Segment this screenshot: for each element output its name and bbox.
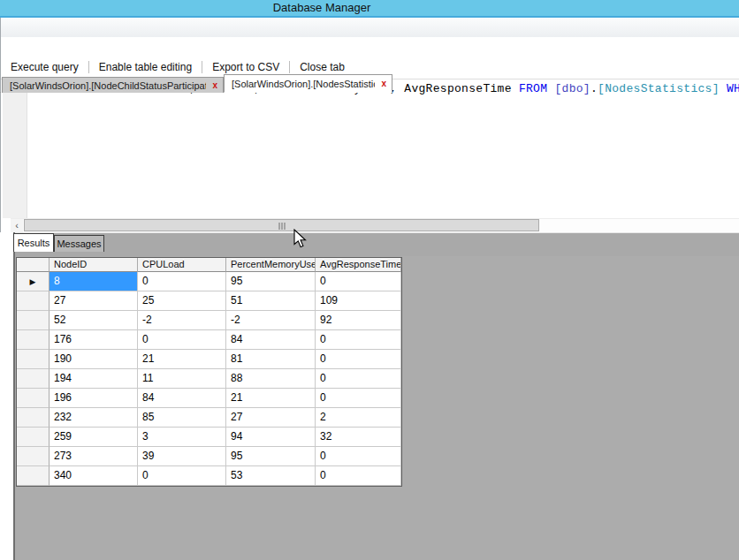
window-title: Database Manager [0,0,644,16]
sql-token: [dbo] [554,82,590,95]
grid-cell[interactable]: 259 [50,428,138,447]
results-panel: NodeIDCPULoadPercentMemoryUseAvgResponse… [15,256,739,560]
row-selector[interactable] [17,408,50,428]
table-row: 272551109 [17,291,401,311]
grid-cell[interactable]: 21 [226,389,316,408]
table-row: 19684210 [17,389,401,408]
row-selector[interactable] [17,291,50,311]
results-tab[interactable]: Messages [54,235,104,252]
splitter-grip-icon [278,223,285,230]
grid-cell[interactable]: 0 [138,272,226,291]
lower-left-gutter [0,232,13,560]
titlebar-lower-band [0,18,739,37]
grid-cell[interactable]: -2 [226,311,316,330]
sql-editor[interactable]: 1 SELECT TOP 1000 NodeID, CPULoad, Perce… [1,79,739,218]
table-row: 25939432 [17,428,401,447]
table-row: 19411880 [17,369,401,389]
grid-cell[interactable]: 0 [316,466,401,486]
grid-cell[interactable]: 0 [316,350,401,369]
toolbar-button[interactable]: Execute query [1,61,88,73]
sql-token: . [590,82,598,95]
grid-cell[interactable]: 27 [226,408,316,428]
grid-cell[interactable]: 84 [138,389,226,408]
document-tab[interactable]: [SolarWindsOrion].[NodesStatistics] x [224,74,392,93]
grid-cell[interactable]: 11 [138,369,226,389]
grid-cell[interactable]: 8 [50,272,138,291]
document-tab-label: [SolarWindsOrion].[NodesStatistics] [232,79,375,89]
grid-cell[interactable]: 27 [50,291,138,311]
row-selector[interactable] [17,311,50,330]
results-grid: NodeIDCPULoadPercentMemoryUseAvgResponse… [16,257,402,487]
grid-cell[interactable]: 92 [316,311,401,330]
document-tabstrip: [SolarWindsOrion].[NodeChildStatusPartic… [0,37,739,56]
sql-token: FROM [519,82,547,95]
grid-cell[interactable]: 0 [138,330,226,350]
grid-cell[interactable]: 3 [138,428,226,447]
toolbar-button[interactable]: Export to CSV [202,61,289,73]
grid-cell[interactable]: 0 [316,272,401,291]
document-tab[interactable]: [SolarWindsOrion].[NodeChildStatusPartic… [2,77,224,93]
row-selector[interactable] [17,350,50,369]
grid-cell[interactable]: -2 [138,311,226,330]
table-row: 19021810 [17,350,401,369]
grid-cell[interactable]: 0 [138,466,226,486]
grid-cell[interactable]: 88 [226,369,316,389]
results-tab[interactable]: Results [13,233,54,252]
grid-cell[interactable]: 273 [50,447,138,466]
grid-cell[interactable]: 109 [316,291,401,311]
results-tabstrip [15,232,739,256]
editor-horizontal-scrollbar[interactable]: ‹ [11,218,739,231]
grid-cell[interactable]: 32 [316,428,401,447]
grid-column-header[interactable]: NodeID [50,258,138,272]
table-row: 23285272 [17,408,401,428]
row-selector[interactable]: ▶ [17,272,50,291]
grid-cell[interactable]: 2 [316,408,401,428]
row-selector[interactable] [17,447,50,466]
grid-cell[interactable]: 25 [138,291,226,311]
tab-close-icon[interactable]: x [212,81,217,90]
sql-token [720,82,727,95]
scroll-left-arrow-icon[interactable]: ‹ [11,219,23,232]
table-row: 52-2-292 [17,311,401,330]
toolbar-button[interactable]: Enable table editing [89,61,202,73]
grid-cell[interactable]: 190 [50,350,138,369]
grid-cell[interactable]: 232 [50,408,138,428]
tab-close-icon[interactable]: x [381,79,386,88]
grid-cell[interactable]: 52 [50,311,138,330]
grid-cell[interactable]: 0 [316,330,401,350]
scrollbar-thumb[interactable] [24,219,539,231]
row-selector[interactable] [17,369,50,389]
row-selector[interactable] [17,389,50,408]
grid-cell[interactable]: 95 [226,272,316,291]
grid-cell[interactable]: 51 [226,291,316,311]
grid-cell[interactable]: 340 [50,466,138,486]
table-row: 27339950 [17,447,401,466]
grid-cell[interactable]: 85 [138,408,226,428]
row-selector[interactable] [17,466,50,486]
grid-cell[interactable]: 39 [138,447,226,466]
toolbar-button[interactable]: Close tab [290,61,354,73]
row-selector[interactable] [17,428,50,447]
table-row: 1760840 [17,330,401,350]
grid-column-header[interactable]: CPULoad [138,258,226,272]
grid-cell[interactable]: 194 [50,369,138,389]
row-selector[interactable] [17,330,50,350]
grid-cell[interactable]: 0 [316,369,401,389]
grid-cell[interactable]: 81 [226,350,316,369]
table-row: ▶80950 [17,272,401,291]
grid-cell[interactable]: 95 [226,447,316,466]
grid-cell[interactable]: 196 [50,389,138,408]
grid-corner-cell[interactable] [17,258,50,272]
grid-cell[interactable]: 94 [226,428,316,447]
database-manager-window: Database Manager [SolarWindsOrion].[Node… [0,0,739,560]
grid-cell[interactable]: 53 [226,466,316,486]
grid-column-header[interactable]: AvgResponseTime [316,258,401,272]
grid-cell[interactable]: 21 [138,350,226,369]
grid-cell[interactable]: 84 [226,330,316,350]
titlebar[interactable]: Database Manager [0,0,739,18]
grid-column-header[interactable]: PercentMemoryUse [226,258,316,272]
grid-cell[interactable]: 176 [50,330,138,350]
document-tab-label: [SolarWindsOrion].[NodeChildStatusPartic… [10,80,206,91]
grid-cell[interactable]: 0 [316,389,401,408]
grid-cell[interactable]: 0 [316,447,401,466]
